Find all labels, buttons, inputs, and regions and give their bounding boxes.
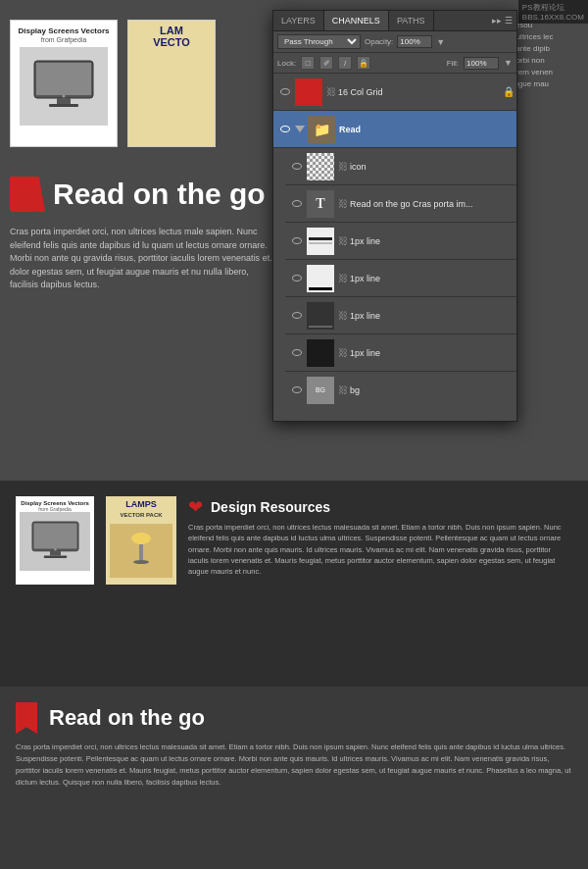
opacity-input[interactable] bbox=[397, 35, 432, 48]
opacity-arrow: ▼ bbox=[436, 37, 445, 47]
bottom-section: Display Screens Vectors from Grafpedia L… bbox=[0, 481, 588, 687]
card1-title: Display Screens Vectors bbox=[19, 26, 110, 36]
tab-paths[interactable]: PATHS bbox=[389, 11, 434, 30]
blend-mode-select[interactable]: Pass Through bbox=[277, 34, 361, 49]
layer-row-read[interactable]: 📁 Read bbox=[273, 111, 516, 148]
layer-row-icon[interactable]: ⛓ icon bbox=[285, 148, 516, 185]
layer-name-text: Read on the go Cras porta im... bbox=[350, 199, 513, 209]
layer-name-line3: 1px line bbox=[350, 311, 513, 321]
third-section: Read on the go Cras porta imperdiet orci… bbox=[0, 687, 588, 869]
layer-row-line3[interactable]: ⛓ 1px line bbox=[285, 297, 516, 334]
eye-icon-line3[interactable] bbox=[289, 308, 305, 324]
lock-paint-btn[interactable]: / bbox=[338, 56, 352, 70]
panel-tabs: LAYERS CHANNELS PATHS ▸▸ ☰ bbox=[273, 11, 516, 31]
fill-label: Fill: bbox=[447, 59, 459, 68]
layer-name-line2: 1px line bbox=[350, 274, 513, 283]
third-heading: Read on the go bbox=[49, 705, 205, 731]
fill-input[interactable] bbox=[464, 57, 499, 70]
monitor-svg bbox=[29, 59, 98, 113]
link-grid: ⛓ bbox=[326, 78, 336, 106]
lock-all-btn[interactable]: 🔒 bbox=[357, 56, 370, 70]
link-line1: ⛓ bbox=[338, 228, 348, 255]
eye-icon-text[interactable] bbox=[289, 196, 305, 212]
layer-name-read: Read bbox=[339, 125, 513, 134]
opacity-label: Opacity: bbox=[365, 37, 393, 46]
bc2-title: LAMPSVECTOR PACK bbox=[120, 500, 162, 520]
link-icon: ⛓ bbox=[338, 153, 348, 180]
svg-point-4 bbox=[63, 95, 66, 98]
card-display-screens: Display Screens Vectors from Grafpedia bbox=[10, 20, 118, 147]
bottom-body-text: Cras porta imperdiet orci, non ultrices … bbox=[188, 522, 572, 577]
layer-name-grid: 16 Col Grid bbox=[338, 87, 503, 97]
svg-rect-2 bbox=[57, 98, 71, 104]
heart-icon: ❤ bbox=[188, 496, 203, 518]
layer-name-line4: 1px line bbox=[350, 348, 513, 358]
svg-rect-6 bbox=[33, 524, 76, 549]
layer-row-line2[interactable]: ⛓ 1px line bbox=[285, 260, 516, 297]
eye-icon-icon[interactable] bbox=[289, 159, 305, 175]
preview-cards: Display Screens Vectors from Grafpedia L… bbox=[10, 20, 216, 147]
layer-row-grid[interactable]: ⛓ 16 Col Grid 🔒 bbox=[273, 74, 516, 111]
thumb-line3 bbox=[307, 302, 334, 330]
right-partial-text: Resou n ultrices lec s ante dipib Morbi … bbox=[510, 20, 588, 90]
link-bg: ⛓ bbox=[338, 377, 348, 404]
layer-row-text[interactable]: T ⛓ Read on the go Cras porta im... bbox=[285, 185, 516, 223]
third-body-text: Cras porta imperdiet orci, non ultrices … bbox=[16, 741, 572, 789]
link-line4: ⛓ bbox=[338, 339, 348, 367]
bottom-heading-row: ❤ Design Resources bbox=[188, 496, 572, 518]
svg-rect-3 bbox=[49, 104, 78, 107]
panel-more-btn[interactable]: ▸▸ ☰ bbox=[488, 11, 516, 30]
lock-pos-btn[interactable]: □ bbox=[301, 56, 315, 70]
top-section: PS教程论坛 BBS.16XX8.COM Display Screens Vec… bbox=[0, 0, 588, 481]
bottom-card-lamps: LAMPSVECTOR PACK bbox=[106, 496, 176, 585]
third-heading-row: Read on the go bbox=[16, 702, 572, 734]
link-line2: ⛓ bbox=[338, 265, 348, 292]
thumb-line1 bbox=[307, 228, 334, 255]
layer-row-bg[interactable]: BG ⛓ bg bbox=[285, 372, 516, 407]
lock-icon-grid: 🔒 bbox=[503, 86, 513, 98]
layer-name-icon: icon bbox=[350, 162, 513, 172]
thumb-line2 bbox=[307, 265, 334, 292]
svg-rect-1 bbox=[36, 63, 91, 95]
thumb-icon bbox=[307, 153, 334, 180]
thumb-line4 bbox=[307, 339, 334, 367]
lock-move-btn[interactable]: ✐ bbox=[319, 56, 333, 70]
thumb-grid bbox=[295, 78, 322, 106]
panel-lock-row: Lock: □ ✐ / 🔒 Fill: ▼ bbox=[273, 53, 516, 74]
link-text: ⛓ bbox=[338, 190, 348, 218]
tab-layers[interactable]: LAYERS bbox=[273, 11, 324, 30]
card1-sub: from Grafpedia bbox=[41, 36, 87, 43]
body-text: Cras porta imperdiet orci, non ultrices … bbox=[10, 226, 274, 292]
bc1-img bbox=[20, 512, 90, 571]
thumb-bg: BG bbox=[307, 377, 334, 404]
eye-icon-line1[interactable] bbox=[289, 233, 305, 249]
card-lamps: LAMVECTO bbox=[127, 20, 216, 147]
bottom-card-display: Display Screens Vectors from Grafpedia bbox=[16, 496, 94, 585]
thumb-text: T bbox=[307, 190, 334, 218]
layer-row-line4[interactable]: ⛓ 1px line bbox=[285, 334, 516, 372]
eye-icon-line4[interactable] bbox=[289, 345, 305, 361]
bottom-title: Design Resources bbox=[211, 499, 330, 515]
eye-icon-grid[interactable] bbox=[277, 84, 293, 100]
layer-name-line1: 1px line bbox=[350, 236, 513, 246]
svg-point-9 bbox=[54, 548, 56, 550]
svg-point-12 bbox=[133, 560, 149, 564]
svg-point-10 bbox=[131, 533, 151, 544]
panel-options-row: Pass Through Opacity: ▼ bbox=[273, 31, 516, 53]
eye-icon-bg[interactable] bbox=[289, 383, 305, 398]
bottom-right-content: ❤ Design Resources Cras porta imperdiet … bbox=[188, 496, 572, 577]
svg-rect-8 bbox=[43, 556, 67, 558]
layer-row-line1[interactable]: ⛓ 1px line bbox=[285, 223, 516, 260]
link-line3: ⛓ bbox=[338, 302, 348, 330]
red-bookmark-icon bbox=[16, 702, 37, 734]
layers-list: ⛓ 16 Col Grid 🔒 📁 Read ⛓ icon T bbox=[273, 74, 516, 407]
svg-rect-7 bbox=[50, 551, 61, 556]
tab-channels[interactable]: CHANNELS bbox=[324, 11, 389, 30]
lamp-svg bbox=[126, 531, 156, 570]
card2-title: LAMVECTO bbox=[153, 25, 190, 48]
bottom-cards-row: Display Screens Vectors from Grafpedia L… bbox=[16, 496, 572, 585]
fill-arrow: ▼ bbox=[504, 58, 513, 68]
eye-icon-line2[interactable] bbox=[289, 271, 305, 286]
eye-icon-read[interactable] bbox=[277, 122, 293, 137]
lock-label: Lock: bbox=[277, 59, 296, 68]
